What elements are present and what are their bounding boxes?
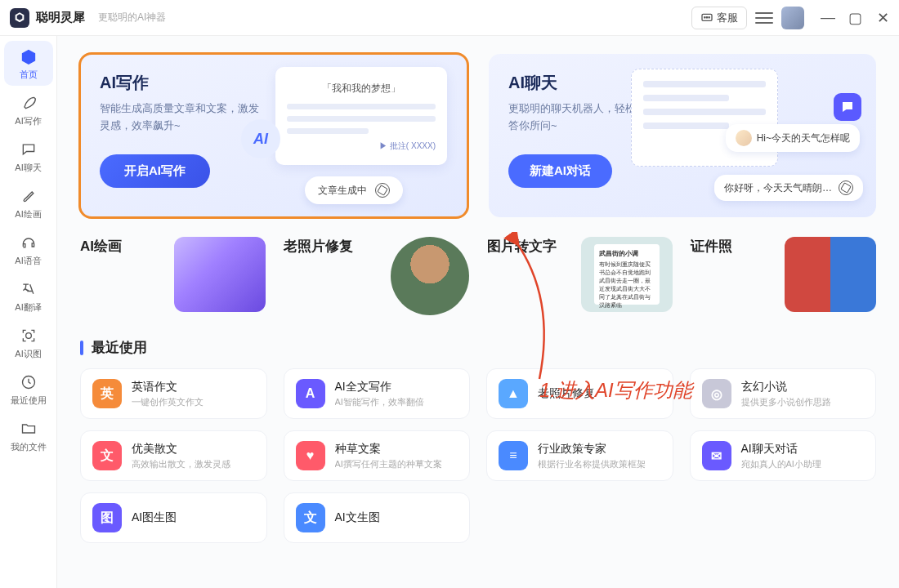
app-name: 聪明灵犀 (36, 10, 85, 25)
minimize-icon[interactable]: — (821, 9, 834, 27)
paper-note: ▶ 批注( XXXX) (287, 140, 436, 152)
sidebar-label: AI识图 (15, 348, 41, 360)
hero-write-card[interactable]: AI写作 智能生成高质量文章和文案，激发灵感，效率飙升~ 开启AI写作 「我和我… (80, 54, 467, 217)
section-recent: 最近使用 (80, 338, 876, 357)
home-icon (20, 47, 38, 65)
recent-title: 英语作文 (132, 380, 255, 394)
chat-bubble-ai: 你好呀，今天天气晴朗… (714, 175, 863, 201)
sidebar: 首页 AI写作 AI聊天 AI绘画 AI语音 AI翻译 AI识图 最近使用 (0, 36, 57, 588)
sidebar-item-voice[interactable]: AI语音 (4, 227, 53, 272)
recent-item[interactable]: 文 AI文生图 (284, 492, 471, 543)
sidebar-label: AI写作 (15, 115, 41, 127)
section-heading: 最近使用 (92, 338, 147, 357)
feature-id-photo[interactable]: 证件照 (691, 237, 876, 315)
brush-icon (20, 187, 38, 205)
sidebar-label: AI聊天 (15, 162, 41, 174)
app-mini-icon (375, 183, 390, 198)
logo-icon (10, 8, 29, 28)
new-ai-chat-button[interactable]: 新建AI对话 (508, 154, 612, 188)
scan-icon (20, 327, 38, 345)
recent-item[interactable]: ◎ 玄幻小说 提供更多小说创作思路 (690, 368, 877, 419)
recent-icon: 文 (296, 503, 325, 532)
customer-service-button[interactable]: 客服 (691, 7, 747, 29)
recent-icon: ♥ (296, 441, 325, 470)
recent-icon: ✉ (702, 441, 731, 470)
titlebar: 聪明灵犀 更聪明的AI神器 客服 — ▢ ✕ (0, 0, 899, 36)
generating-pill: 文章生成中 (305, 176, 403, 204)
recent-grid: 英 英语作文 一键创作英文作文 A AI全文写作 AI智能写作，效率翻倍 ▲ 老… (80, 368, 876, 543)
clock-icon (20, 373, 38, 391)
recent-item[interactable]: A AI全文写作 AI智能写作，效率翻倍 (284, 368, 471, 419)
ai-badge-icon: AI (241, 119, 280, 158)
recent-sub: AI智能写作，效率翻倍 (335, 396, 458, 408)
feature-title: 证件照 (691, 237, 732, 256)
sidebar-item-draw[interactable]: AI绘画 (4, 180, 53, 225)
recent-title: AI聊天对话 (741, 442, 865, 457)
menu-icon[interactable] (755, 9, 773, 27)
close-icon[interactable]: ✕ (876, 9, 889, 27)
chat-icon (20, 140, 38, 158)
maximize-icon[interactable]: ▢ (848, 9, 861, 27)
hero-write-illustration: 「我和我的梦想」 ▶ 批注( XXXX) AI 文章生成中 (264, 70, 456, 209)
chat-bubble-user: Hi~今天的天气怎样呢 (726, 124, 860, 152)
sidebar-item-chat[interactable]: AI聊天 (4, 134, 53, 179)
logo: 聪明灵犀 更聪明的AI神器 (10, 8, 166, 28)
avatar[interactable] (781, 7, 804, 29)
feature-thumb (785, 237, 876, 312)
recent-item[interactable]: 英 英语作文 一键创作英文作文 (80, 368, 267, 419)
feature-title: AI绘画 (80, 237, 122, 256)
recent-title: AI全文写作 (335, 380, 458, 394)
sidebar-item-recent[interactable]: 最近使用 (4, 367, 53, 412)
sidebar-item-home[interactable]: 首页 (4, 41, 53, 86)
recent-icon: 英 (92, 379, 122, 408)
titlebar-right: 客服 — ▢ ✕ (691, 7, 889, 29)
hero-chat-illustration: Hi~今天的天气怎样呢 你好呀，今天天气晴朗… (631, 69, 860, 216)
recent-icon: A (296, 379, 325, 408)
recent-icon: ▲ (499, 379, 528, 408)
sidebar-item-vision[interactable]: AI识图 (4, 320, 53, 365)
recent-title: 玄幻小说 (741, 380, 865, 394)
recent-sub: 提供更多小说创作思路 (741, 396, 865, 408)
recent-title: 老照片修复 (538, 386, 661, 401)
recent-title: AI文生图 (335, 510, 458, 525)
sidebar-item-translate[interactable]: AI翻译 (4, 274, 53, 318)
app-mini-icon (839, 180, 853, 195)
recent-icon: ◎ (702, 379, 731, 408)
feature-title: 老照片修复 (284, 237, 353, 256)
feature-thumb (391, 237, 469, 315)
paper-quote: 「我和我的梦想」 (287, 82, 436, 96)
chat-fab-icon (834, 93, 861, 121)
customer-service-label: 客服 (717, 11, 738, 25)
recent-item[interactable]: 文 优美散文 高效输出散文，激发灵感 (80, 430, 267, 481)
feature-row: AI绘画 老照片修复 图片转文字 武昌街的小调有时候到重庆随便买书总会不自觉地跑… (80, 237, 876, 315)
recent-title: 种草文案 (335, 442, 458, 457)
recent-item[interactable]: ▲ 老照片修复 (486, 368, 673, 419)
recent-item[interactable]: ≡ 行业政策专家 根据行业名称提供政策框架 (486, 430, 673, 481)
recent-item[interactable]: ♥ 种草文案 AI撰写任何主题的种草文案 (284, 430, 471, 481)
svg-point-2 (706, 16, 707, 17)
feature-photo-restore[interactable]: 老照片修复 (284, 237, 469, 315)
recent-title: 优美散文 (132, 442, 255, 457)
svg-point-3 (709, 16, 709, 17)
feather-icon (20, 94, 38, 112)
recent-item[interactable]: 图 AI图生图 (80, 492, 267, 543)
sidebar-item-files[interactable]: 我的文件 (4, 413, 53, 458)
recent-icon: 图 (92, 503, 122, 532)
recent-sub: 高效输出散文，激发灵感 (132, 458, 255, 470)
recent-sub: 一键创作英文作文 (132, 396, 255, 408)
recent-item[interactable]: ✉ AI聊天对话 宛如真人的AI小助理 (690, 430, 877, 481)
main-content: AI写作 智能生成高质量文章和文案，激发灵感，效率飙升~ 开启AI写作 「我和我… (57, 36, 899, 588)
feature-thumb: 武昌街的小调有时候到重庆随便买书总会不自觉地跑到武昌街去走一圈，最近发现武昌街大… (581, 237, 673, 312)
recent-sub: AI撰写任何主题的种草文案 (335, 458, 458, 470)
sidebar-label: AI绘画 (15, 208, 41, 220)
recent-sub: 根据行业名称提供政策框架 (538, 458, 661, 470)
sidebar-item-write[interactable]: AI写作 (4, 87, 53, 132)
sidebar-label: 最近使用 (11, 394, 47, 407)
feature-ai-draw[interactable]: AI绘画 (80, 237, 266, 315)
recent-title: 行业政策专家 (538, 442, 661, 457)
start-ai-write-button[interactable]: 开启AI写作 (100, 154, 210, 188)
sidebar-label: 我的文件 (11, 441, 47, 453)
sidebar-label: AI语音 (15, 255, 41, 267)
feature-ocr[interactable]: 图片转文字 武昌街的小调有时候到重庆随便买书总会不自觉地跑到武昌街去走一圈，最近… (487, 237, 673, 315)
hero-chat-card[interactable]: AI聊天 更聪明的聊天机器人，轻松对话，答你所问~ 新建AI对话 Hi~今天的天… (489, 54, 876, 217)
